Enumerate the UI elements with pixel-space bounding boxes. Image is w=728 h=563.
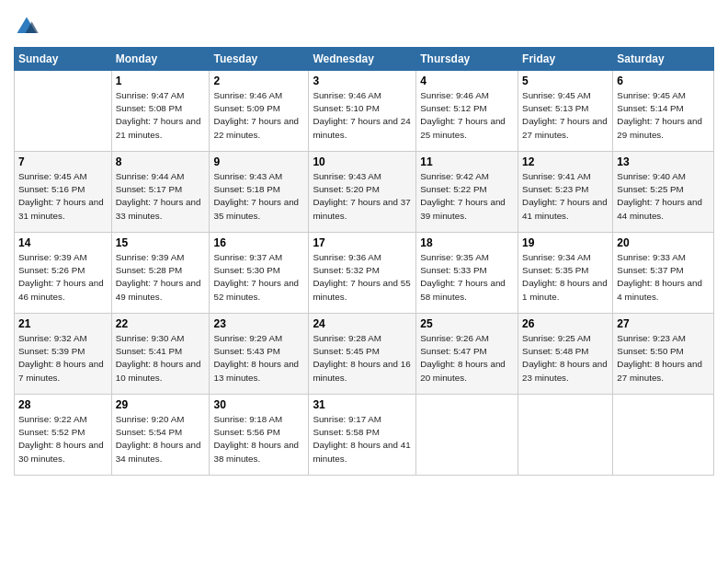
- day-info: Sunrise: 9:47 AMSunset: 5:08 PMDaylight:…: [116, 89, 206, 142]
- day-info: Sunrise: 9:36 AMSunset: 5:32 PMDaylight:…: [313, 251, 412, 304]
- weekday-header: Saturday: [613, 48, 714, 71]
- day-number: 10: [313, 155, 412, 168]
- calendar-cell: 31Sunrise: 9:17 AMSunset: 5:58 PMDayligh…: [309, 395, 416, 476]
- day-number: 17: [313, 236, 412, 249]
- calendar-cell: 27Sunrise: 9:23 AMSunset: 5:50 PMDayligh…: [613, 314, 714, 395]
- day-number: 9: [213, 155, 304, 168]
- day-number: 25: [420, 317, 514, 330]
- day-number: 16: [213, 236, 304, 249]
- day-info: Sunrise: 9:18 AMSunset: 5:56 PMDaylight:…: [213, 413, 304, 465]
- day-number: 21: [18, 317, 108, 330]
- day-info: Sunrise: 9:40 AMSunset: 5:25 PMDaylight:…: [617, 170, 710, 223]
- calendar-cell: 11Sunrise: 9:42 AMSunset: 5:22 PMDayligh…: [416, 152, 518, 233]
- calendar-cell: 21Sunrise: 9:32 AMSunset: 5:39 PMDayligh…: [15, 314, 112, 395]
- calendar-cell: 29Sunrise: 9:20 AMSunset: 5:54 PMDayligh…: [111, 395, 210, 476]
- calendar-cell: 18Sunrise: 9:35 AMSunset: 5:33 PMDayligh…: [416, 233, 518, 314]
- weekday-header: Monday: [111, 48, 210, 71]
- calendar-header: SundayMondayTuesdayWednesdayThursdayFrid…: [15, 48, 714, 71]
- calendar-week-row: 7Sunrise: 9:45 AMSunset: 5:16 PMDaylight…: [15, 152, 714, 233]
- day-info: Sunrise: 9:45 AMSunset: 5:14 PMDaylight:…: [617, 89, 710, 142]
- day-info: Sunrise: 9:45 AMSunset: 5:13 PMDaylight:…: [522, 89, 609, 142]
- day-info: Sunrise: 9:29 AMSunset: 5:43 PMDaylight:…: [213, 332, 304, 385]
- day-number: 1: [116, 75, 206, 87]
- calendar-cell: 12Sunrise: 9:41 AMSunset: 5:23 PMDayligh…: [518, 152, 613, 233]
- day-number: 29: [116, 398, 206, 411]
- day-info: Sunrise: 9:45 AMSunset: 5:16 PMDaylight:…: [18, 170, 108, 223]
- day-info: Sunrise: 9:34 AMSunset: 5:35 PMDaylight:…: [522, 251, 609, 304]
- day-number: 2: [213, 75, 304, 87]
- day-info: Sunrise: 9:43 AMSunset: 5:18 PMDaylight:…: [213, 170, 304, 223]
- calendar-cell: 22Sunrise: 9:30 AMSunset: 5:41 PMDayligh…: [111, 314, 210, 395]
- day-number: 14: [18, 236, 108, 249]
- day-info: Sunrise: 9:37 AMSunset: 5:30 PMDaylight:…: [213, 251, 304, 304]
- calendar-cell: 1Sunrise: 9:47 AMSunset: 5:08 PMDaylight…: [111, 71, 210, 152]
- day-number: 4: [420, 75, 514, 87]
- calendar-cell: 28Sunrise: 9:22 AMSunset: 5:52 PMDayligh…: [15, 395, 112, 476]
- day-number: 15: [116, 236, 206, 249]
- day-number: 19: [522, 236, 609, 249]
- calendar-cell: 19Sunrise: 9:34 AMSunset: 5:35 PMDayligh…: [518, 233, 613, 314]
- calendar-cell: [416, 395, 518, 476]
- day-number: 12: [522, 155, 609, 168]
- calendar-cell: 3Sunrise: 9:46 AMSunset: 5:10 PMDaylight…: [309, 71, 416, 152]
- calendar-cell: 7Sunrise: 9:45 AMSunset: 5:16 PMDaylight…: [15, 152, 112, 233]
- calendar-cell: 17Sunrise: 9:36 AMSunset: 5:32 PMDayligh…: [309, 233, 416, 314]
- day-info: Sunrise: 9:33 AMSunset: 5:37 PMDaylight:…: [617, 251, 710, 304]
- calendar-cell: 30Sunrise: 9:18 AMSunset: 5:56 PMDayligh…: [210, 395, 309, 476]
- header: [14, 9, 714, 40]
- calendar-cell: 25Sunrise: 9:26 AMSunset: 5:47 PMDayligh…: [416, 314, 518, 395]
- day-info: Sunrise: 9:35 AMSunset: 5:33 PMDaylight:…: [420, 251, 514, 304]
- calendar-cell: 4Sunrise: 9:46 AMSunset: 5:12 PMDaylight…: [416, 71, 518, 152]
- day-info: Sunrise: 9:42 AMSunset: 5:22 PMDaylight:…: [420, 170, 514, 223]
- calendar-cell: [15, 71, 112, 152]
- calendar-cell: 24Sunrise: 9:28 AMSunset: 5:45 PMDayligh…: [309, 314, 416, 395]
- weekday-header: Wednesday: [309, 48, 416, 71]
- day-info: Sunrise: 9:17 AMSunset: 5:58 PMDaylight:…: [313, 413, 412, 465]
- day-number: 6: [617, 75, 710, 87]
- calendar-week-row: 1Sunrise: 9:47 AMSunset: 5:08 PMDaylight…: [15, 71, 714, 152]
- day-info: Sunrise: 9:20 AMSunset: 5:54 PMDaylight:…: [116, 413, 206, 465]
- calendar-cell: 5Sunrise: 9:45 AMSunset: 5:13 PMDaylight…: [518, 71, 613, 152]
- calendar-cell: 15Sunrise: 9:39 AMSunset: 5:28 PMDayligh…: [111, 233, 210, 314]
- logo: [14, 14, 42, 40]
- calendar-cell: 13Sunrise: 9:40 AMSunset: 5:25 PMDayligh…: [613, 152, 714, 233]
- calendar-cell: 9Sunrise: 9:43 AMSunset: 5:18 PMDaylight…: [210, 152, 309, 233]
- calendar-cell: 23Sunrise: 9:29 AMSunset: 5:43 PMDayligh…: [210, 314, 309, 395]
- day-info: Sunrise: 9:25 AMSunset: 5:48 PMDaylight:…: [522, 332, 609, 385]
- calendar-cell: 16Sunrise: 9:37 AMSunset: 5:30 PMDayligh…: [210, 233, 309, 314]
- calendar-cell: 2Sunrise: 9:46 AMSunset: 5:09 PMDaylight…: [210, 71, 309, 152]
- page-container: SundayMondayTuesdayWednesdayThursdayFrid…: [0, 0, 728, 485]
- day-info: Sunrise: 9:41 AMSunset: 5:23 PMDaylight:…: [522, 170, 609, 223]
- weekday-header: Friday: [518, 48, 613, 71]
- calendar-cell: 6Sunrise: 9:45 AMSunset: 5:14 PMDaylight…: [613, 71, 714, 152]
- day-info: Sunrise: 9:39 AMSunset: 5:28 PMDaylight:…: [116, 251, 206, 304]
- day-info: Sunrise: 9:28 AMSunset: 5:45 PMDaylight:…: [313, 332, 412, 385]
- day-info: Sunrise: 9:32 AMSunset: 5:39 PMDaylight:…: [18, 332, 108, 385]
- calendar-cell: 14Sunrise: 9:39 AMSunset: 5:26 PMDayligh…: [15, 233, 112, 314]
- day-info: Sunrise: 9:46 AMSunset: 5:09 PMDaylight:…: [213, 89, 304, 142]
- calendar-week-row: 21Sunrise: 9:32 AMSunset: 5:39 PMDayligh…: [15, 314, 714, 395]
- day-number: 30: [213, 398, 304, 411]
- day-number: 18: [420, 236, 514, 249]
- day-info: Sunrise: 9:44 AMSunset: 5:17 PMDaylight:…: [116, 170, 206, 223]
- weekday-header: Sunday: [15, 48, 112, 71]
- day-number: 20: [617, 236, 710, 249]
- day-number: 22: [116, 317, 206, 330]
- day-number: 11: [420, 155, 514, 168]
- calendar-body: 1Sunrise: 9:47 AMSunset: 5:08 PMDaylight…: [15, 71, 714, 476]
- day-number: 3: [313, 75, 412, 87]
- day-number: 24: [313, 317, 412, 330]
- day-number: 27: [617, 317, 710, 330]
- calendar-cell: 10Sunrise: 9:43 AMSunset: 5:20 PMDayligh…: [309, 152, 416, 233]
- calendar-cell: 26Sunrise: 9:25 AMSunset: 5:48 PMDayligh…: [518, 314, 613, 395]
- day-number: 26: [522, 317, 609, 330]
- day-info: Sunrise: 9:46 AMSunset: 5:12 PMDaylight:…: [420, 89, 514, 142]
- day-info: Sunrise: 9:30 AMSunset: 5:41 PMDaylight:…: [116, 332, 206, 385]
- weekday-header: Thursday: [416, 48, 518, 71]
- day-info: Sunrise: 9:39 AMSunset: 5:26 PMDaylight:…: [18, 251, 108, 304]
- calendar-cell: [613, 395, 714, 476]
- calendar-cell: 20Sunrise: 9:33 AMSunset: 5:37 PMDayligh…: [613, 233, 714, 314]
- calendar-cell: [518, 395, 613, 476]
- logo-icon: [14, 14, 40, 40]
- day-number: 13: [617, 155, 710, 168]
